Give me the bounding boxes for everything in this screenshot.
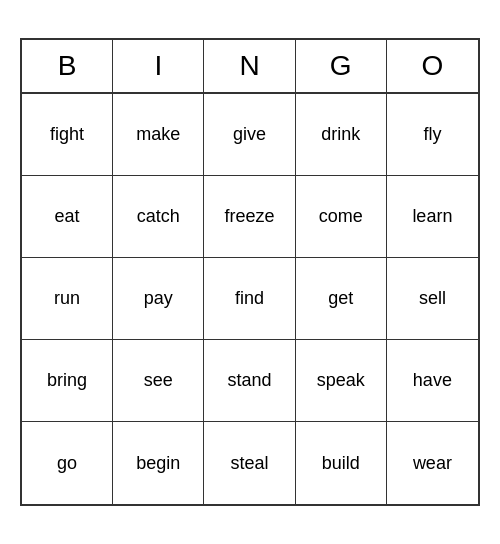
bingo-cell: fight — [22, 94, 113, 176]
bingo-cell: eat — [22, 176, 113, 258]
bingo-cell: learn — [387, 176, 478, 258]
bingo-cell: build — [296, 422, 387, 504]
bingo-cell: speak — [296, 340, 387, 422]
bingo-cell: go — [22, 422, 113, 504]
bingo-cell: steal — [204, 422, 295, 504]
bingo-cell: bring — [22, 340, 113, 422]
bingo-cell: pay — [113, 258, 204, 340]
bingo-cell: find — [204, 258, 295, 340]
bingo-cell: see — [113, 340, 204, 422]
bingo-cell: give — [204, 94, 295, 176]
bingo-header-letter: B — [22, 40, 113, 92]
bingo-header-letter: G — [296, 40, 387, 92]
bingo-cell: begin — [113, 422, 204, 504]
bingo-header-letter: O — [387, 40, 478, 92]
bingo-header-letter: I — [113, 40, 204, 92]
bingo-cell: make — [113, 94, 204, 176]
bingo-cell: fly — [387, 94, 478, 176]
bingo-cell: catch — [113, 176, 204, 258]
bingo-header: BINGO — [22, 40, 478, 94]
bingo-cell: get — [296, 258, 387, 340]
bingo-cell: stand — [204, 340, 295, 422]
bingo-header-letter: N — [204, 40, 295, 92]
bingo-cell: have — [387, 340, 478, 422]
bingo-grid: fightmakegivedrinkflyeatcatchfreezecomel… — [22, 94, 478, 504]
bingo-card: BINGO fightmakegivedrinkflyeatcatchfreez… — [20, 38, 480, 506]
bingo-cell: sell — [387, 258, 478, 340]
bingo-cell: run — [22, 258, 113, 340]
bingo-cell: drink — [296, 94, 387, 176]
bingo-cell: wear — [387, 422, 478, 504]
bingo-cell: freeze — [204, 176, 295, 258]
bingo-cell: come — [296, 176, 387, 258]
